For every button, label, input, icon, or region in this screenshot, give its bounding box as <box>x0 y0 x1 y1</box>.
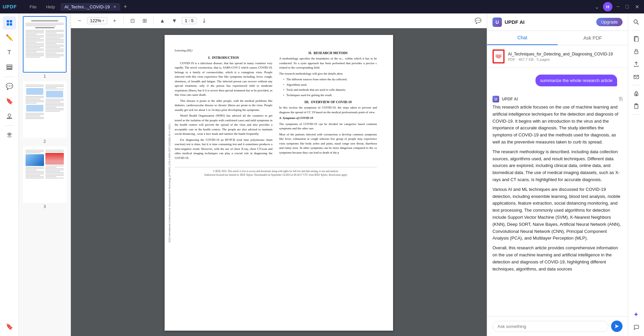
user-message-container: summarize the whole research article <box>487 68 628 93</box>
overview-para1: In this section the symptoms of COVID-19… <box>279 106 377 115</box>
page-navigation[interactable]: 1 / 5 <box>182 17 197 24</box>
right-toolbar-pages[interactable] <box>630 33 642 45</box>
page1-left-col: Learning (DL) I. Introduction COVID-19 i… <box>175 48 272 162</box>
thumbnail-page-1[interactable]: 1 <box>22 16 68 79</box>
comment-button[interactable]: 💬 <box>473 16 483 26</box>
page1-content: Learning (DL) I. Introduction COVID-19 i… <box>175 48 377 162</box>
sidebar-icon-stamp[interactable] <box>3 109 16 123</box>
ai-send-button[interactable] <box>611 321 622 332</box>
window-restore-icon[interactable]: □ <box>624 3 631 10</box>
sidebar-sep-1 <box>4 77 14 77</box>
main-layout: ✏️ T 💬 🔖 🔖 <box>0 13 644 336</box>
new-tab-button[interactable]: + <box>122 3 129 11</box>
page-side-text: 2022 International Conference for Advanc… <box>168 123 171 243</box>
sidebar-icon-comment[interactable]: 💬 <box>3 80 16 93</box>
ai-title: U UPDF AI <box>492 17 524 27</box>
fit-page-button[interactable]: ⊡ <box>128 16 137 26</box>
zoom-out-button[interactable]: − <box>75 16 84 26</box>
svg-rect-0 <box>7 20 9 23</box>
logo-text: UPDF <box>3 4 17 9</box>
sidebar-icon-bookmark[interactable]: 🔖 <box>3 94 16 108</box>
rt-sep-3 <box>632 114 640 115</box>
zoom-display[interactable]: 122% ▾ <box>87 17 107 24</box>
ai-response-area[interactable]: U UPDF AI ⎘ This research article focuse… <box>487 93 628 316</box>
upgrade-button[interactable]: Upgrade <box>596 18 622 26</box>
ai-title-text: UPDF AI <box>505 19 524 25</box>
intro-section-header: I. Introduction <box>175 55 272 60</box>
ai-input-field[interactable] <box>492 321 608 332</box>
pdf-page-1: 2022 International Conference for Advanc… <box>165 35 393 331</box>
thumbnail-page-3[interactable]: 3 <box>22 146 68 209</box>
user-message-bubble: summarize the whole research article <box>535 75 617 86</box>
rt-sep-1 <box>632 30 640 31</box>
intro-para4: For diagnosing the COVID-19 an RT-PCR (r… <box>175 138 272 161</box>
tab-close-icon[interactable]: ✕ <box>113 5 116 9</box>
svg-point-12 <box>634 20 637 23</box>
bullet-1: • The different sources from where the d… <box>283 77 377 82</box>
bullet-3: • Tools and methods that are used to col… <box>283 88 377 92</box>
title-bar: UPDF File Help AI_Techni..._COVID-19 ✕ +… <box>0 0 644 13</box>
sidebar-icon-layers[interactable] <box>3 128 16 142</box>
tab-ask-pdf[interactable]: Ask PDF <box>558 31 628 45</box>
window-close-icon[interactable]: ✕ <box>633 3 641 11</box>
toolbar-sep-1 <box>123 17 124 25</box>
right-toolbar-chat-bubble[interactable] <box>630 321 642 333</box>
menu-tab-help[interactable]: Help <box>42 3 59 11</box>
tab-chat[interactable]: Chat <box>487 31 558 45</box>
ai-logo-icon: U <box>492 17 502 27</box>
page-footer: © IEEE 2022. This article is free to acc… <box>175 167 377 177</box>
menu-tab-file[interactable]: File <box>26 3 41 11</box>
thumbnail-num-1: 1 <box>44 74 46 79</box>
thumbnail-num-2: 2 <box>44 139 46 144</box>
sidebar-icon-bookmark2[interactable]: 🔖 <box>3 320 16 333</box>
sidebar-icon-pen[interactable]: ✏️ <box>3 31 16 44</box>
right-toolbar-search[interactable] <box>630 16 642 28</box>
last-page-button[interactable]: ⤓ <box>199 16 209 26</box>
right-toolbar-ai-star[interactable]: ✦ <box>630 308 642 321</box>
subsec-a-para2: Most of the patients infected with coron… <box>279 132 377 155</box>
right-toolbar: ✦ <box>628 13 644 336</box>
sidebar-icon-text[interactable]: T <box>3 46 16 59</box>
svg-rect-5 <box>7 67 12 68</box>
ai-response-text: This research article focuses on the use… <box>492 104 622 272</box>
pdf-content-area[interactable]: 2022 International Conference for Advanc… <box>71 28 487 336</box>
document-tab[interactable]: AI_Techni..._COVID-19 ✕ <box>60 3 120 11</box>
fit-width-button[interactable]: ⊞ <box>140 16 149 26</box>
svg-marker-11 <box>7 135 12 138</box>
thumbnail-img-1 <box>23 16 67 73</box>
research-section-header: II. Research Metods <box>279 50 377 55</box>
svg-rect-6 <box>7 69 12 70</box>
right-toolbar-lock[interactable] <box>630 45 642 57</box>
sidebar-icon-thumbnails[interactable] <box>3 16 16 30</box>
svg-rect-3 <box>10 23 12 26</box>
pdf-viewer: − 122% ▾ + ⊡ ⊞ ▲ ▼ 1 / 5 ⤓ 💬 <box>71 13 487 336</box>
ai-panel: U UPDF AI Upgrade Chat Ask PDF AI_Techni… <box>487 13 628 336</box>
svg-rect-2 <box>7 23 9 26</box>
ai-response-copy-icon[interactable]: ⎘ <box>619 96 622 102</box>
ai-response-label: U UPDF AI ⎘ <box>492 96 622 102</box>
svg-rect-15 <box>635 37 638 42</box>
zoom-in-button[interactable]: + <box>110 16 119 26</box>
overview-section-header: III. Overview of COVID-19 <box>279 99 377 104</box>
svg-point-19 <box>636 94 637 95</box>
ai-tabs: Chat Ask PDF <box>487 31 628 45</box>
right-toolbar-lock2[interactable] <box>630 87 642 99</box>
thumbnail-img-2 <box>23 81 67 138</box>
window-minimize-icon[interactable]: − <box>614 3 621 10</box>
prev-page-button[interactable]: ▲ <box>158 16 167 26</box>
next-page-button[interactable]: ▼ <box>170 16 179 26</box>
bullet-2: • Algorithms used. <box>283 83 377 87</box>
svg-point-7 <box>8 114 11 117</box>
right-toolbar-share[interactable] <box>630 58 642 70</box>
window-dropdown-icon[interactable]: ⌄ <box>593 3 601 11</box>
sidebar-icon-organize[interactable] <box>3 60 16 74</box>
thumbnail-page-2[interactable]: 2 <box>22 81 68 144</box>
svg-rect-4 <box>7 65 12 66</box>
right-toolbar-clipboard[interactable] <box>630 100 642 112</box>
pdf-toolbar: − 122% ▾ + ⊡ ⊞ ▲ ▼ 1 / 5 ⤓ 💬 <box>71 13 487 28</box>
right-toolbar-mail[interactable] <box>630 71 642 83</box>
user-avatar[interactable]: H <box>603 2 612 11</box>
svg-rect-16 <box>635 51 638 54</box>
zoom-dropdown-icon: ▾ <box>102 19 104 23</box>
research-para2: The research methodology will give the d… <box>279 72 377 76</box>
